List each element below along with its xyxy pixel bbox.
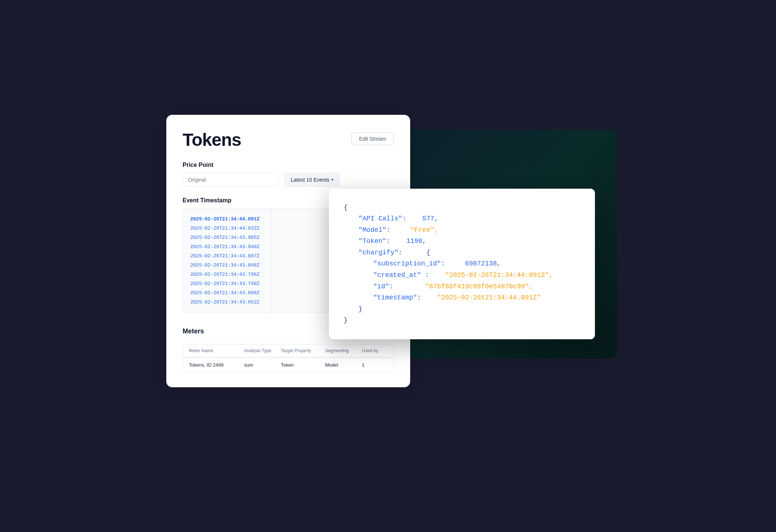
timestamp-item[interactable]: 2025-02-26T21:34:44.032Z: [190, 224, 264, 233]
json-val-subscription-id: 69872138,: [465, 260, 501, 267]
card-header: Tokens Edit Stream: [183, 130, 394, 150]
page-title: Tokens: [183, 130, 241, 150]
price-point-section: Price Point Latest 10 Events ▾: [183, 162, 394, 187]
timestamp-item[interactable]: 2025-02-26T21:34:43.897Z: [190, 251, 264, 261]
table-row: Tokens, ID 2499sumTokenModel1: [183, 357, 394, 372]
json-key-id: "id":: [373, 283, 393, 290]
timestamp-item[interactable]: 2025-02-26T21:34:43.696Z: [190, 288, 264, 298]
json-brace-close-outer: }: [344, 315, 580, 326]
price-input-row: Latest 10 Events ▾: [183, 173, 394, 187]
meters-table: Meter NameAnalysis TypeTarget PropertySe…: [183, 344, 394, 373]
table-cell: Tokens, ID 2499: [189, 362, 244, 368]
table-cell: Model: [325, 362, 362, 368]
latest-events-button[interactable]: Latest 10 Events ▾: [285, 173, 340, 187]
timestamp-list: 2025-02-26T21:34:44.091Z2025-02-26T21:34…: [183, 209, 272, 313]
timestamp-item[interactable]: 2025-02-26T21:34:43.848Z: [190, 261, 264, 270]
json-key-timestamp: "timestamp":: [373, 294, 421, 301]
timestamp-item[interactable]: 2025-02-26T21:34:43.740Z: [190, 279, 264, 288]
json-val-model: "Free",: [410, 226, 438, 234]
table-cell: Token: [281, 362, 325, 368]
timestamp-item[interactable]: 2025-02-26T21:34:43.940Z: [190, 242, 264, 251]
json-key-model: "Model":: [358, 226, 390, 234]
timestamp-item[interactable]: 2025-02-26T21:34:43.985Z: [190, 233, 264, 242]
timestamp-item[interactable]: 2025-02-26T21:34:43.796Z: [190, 270, 264, 279]
table-column-header: Used by: [362, 348, 388, 353]
json-val-id: "67bf88f41dc99f0e5487bc99",: [425, 283, 533, 290]
json-key-created-at: "created_at" :: [373, 271, 429, 279]
price-point-label: Price Point: [183, 162, 394, 168]
json-key-token: "Token":: [358, 237, 390, 245]
meters-title: Meters: [183, 327, 204, 335]
timestamp-item[interactable]: 2025-02-26T21:34:44.091Z: [190, 214, 264, 224]
json-key-subscription-id: "subscription_id":: [373, 260, 445, 267]
json-key-chargify: "chargify":: [358, 249, 402, 256]
chevron-down-icon: ▾: [331, 178, 333, 182]
json-brace-open: {: [426, 249, 430, 256]
table-column-header: Meter Name: [189, 348, 244, 353]
table-cell: 1: [362, 362, 388, 368]
json-val-created-at: "2025-02-26T21:34:44:0912",: [445, 271, 553, 279]
json-val-token: 1198,: [406, 237, 426, 245]
json-val-timestamp: "2025-02-26t21:34:44.091Z": [437, 294, 541, 301]
table-column-header: Target Property: [281, 348, 325, 353]
table-column-header: Analysis Type: [244, 348, 281, 353]
timestamp-item[interactable]: 2025-02-26T21:34:43.652Z: [190, 298, 264, 307]
meters-table-header: Meter NameAnalysis TypeTarget PropertySe…: [183, 344, 394, 357]
latest-events-label: Latest 10 Events: [291, 177, 329, 183]
json-val-api-calls: 577,: [422, 215, 438, 222]
table-column-header: Segmenting: [325, 348, 362, 353]
json-key-api-calls: "API Calls":: [358, 215, 406, 222]
table-cell: sum: [244, 362, 281, 368]
json-panel: { "API Calls": 577, "Model": "Free", "To…: [329, 189, 595, 340]
edit-stream-button[interactable]: Edit Stream: [351, 133, 394, 145]
json-brace-close-inner: }: [358, 305, 363, 313]
price-input[interactable]: [183, 173, 279, 187]
